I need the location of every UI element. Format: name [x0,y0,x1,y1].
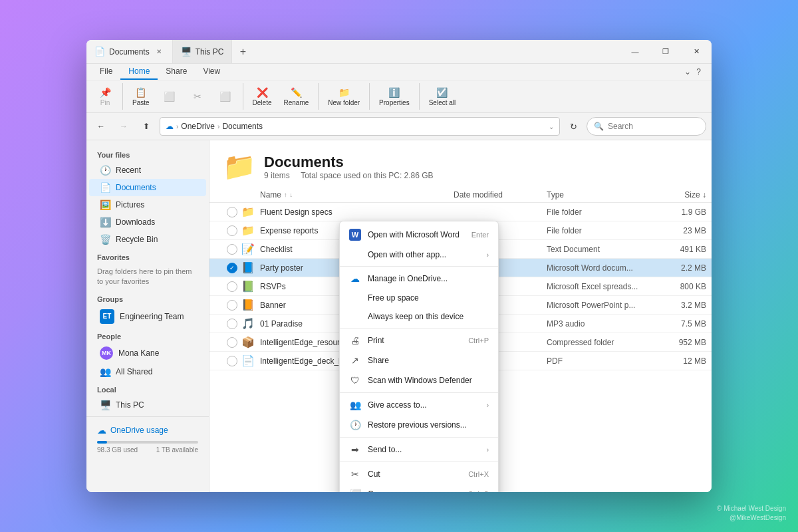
refresh-button[interactable]: ↻ [564,117,583,136]
sort-toggle-icon: ↓ [290,192,293,198]
row-checkbox[interactable] [227,244,237,255]
ribbon-pin-btn[interactable]: 📌 Pin [92,84,118,109]
address-bar: ← → ⬆ ☁ › OneDrive › Documents ⌄ ↻ 🔍 [86,113,712,140]
sidebar-item-documents[interactable]: 📄 Documents [89,179,206,196]
row-checkbox[interactable] [227,281,237,292]
ribbon-copy-btn[interactable]: ⬜ [156,88,183,104]
table-row[interactable]: 📁 Fluent Design specs File folder 1.9 GB [209,203,712,221]
row-checkbox[interactable] [227,207,237,217]
row-checkbox[interactable] [227,300,237,311]
tab-thispc[interactable]: 🖥️ This PC [173,40,233,63]
ctx-always-keep-label: Always keep on this device [368,312,489,321]
ribbon-tab-file[interactable]: File [92,64,120,80]
ctx-copy[interactable]: ⬜ Copy Ctrl+C [340,484,498,492]
tab-thispc-label: This PC [196,47,224,57]
sidebar-item-monakane[interactable]: MK Mona Kane [89,343,206,363]
tabs-area: 📄 Documents ✕ 🖥️ This PC + [86,40,620,63]
ctx-restore[interactable]: 🕐 Restore previous versions... [340,415,498,435]
minimize-button[interactable]: — [620,40,650,64]
file-type: Compressed folder [547,338,653,347]
row-checkbox[interactable] [227,225,237,236]
sidebar-item-downloads[interactable]: ⬇️ Downloads [89,213,206,231]
ctx-open-other[interactable]: Open with other app... › [340,245,498,264]
ctx-print[interactable]: 🖨 Print Ctrl+P [340,331,498,350]
ribbon-sep-4 [369,83,370,110]
sidebar-item-recent[interactable]: 🕐 Recent [89,162,206,179]
sidebar-item-allshared[interactable]: 👥 All Shared [89,363,206,380]
sidebar-item-pictures[interactable]: 🖼️ Pictures [89,196,206,213]
file-size: 23 MB [653,226,706,235]
ctx-manage-onedrive[interactable]: ☁ Manage in OneDrive... [340,269,498,289]
ctx-sep-2 [340,328,498,329]
ctx-give-access[interactable]: 👥 Give access to... › [340,395,498,415]
row-checkbox[interactable] [227,319,237,329]
ctx-always-keep[interactable]: Always keep on this device [340,307,498,326]
ribbon-help-icon[interactable]: ? [696,67,701,76]
row-checkbox[interactable]: ✓ [227,263,237,273]
file-icon: 🎵 [241,317,260,330]
search-icon: 🔍 [594,122,604,131]
properties-label: Properties [379,99,410,106]
file-size: 2.2 MB [653,263,706,273]
sidebar-item-allshared-label: All Shared [116,367,152,376]
folder-meta: 9 items Total space used on this PC: 2.8… [264,171,434,180]
ribbon-selectall-btn[interactable]: ☑️ Select all [424,84,462,109]
paste-icon: 📋 [135,87,146,98]
storage-available: 1 TB available [156,446,198,454]
ctx-sendto[interactable]: ➡ Send to... › [340,440,498,460]
ctx-free-space[interactable]: Free up space [340,289,498,307]
ribbon-tab-share[interactable]: Share [158,64,195,80]
ribbon-move-btn[interactable]: ⬜ [212,88,239,104]
ctx-scan-label: Scan with Windows Defender [368,376,489,385]
downloads-icon: ⬇️ [100,217,110,227]
ribbon-tab-view[interactable]: View [195,64,228,80]
header-name[interactable]: Name ↑ ↓ [260,190,454,200]
row-checkbox[interactable] [227,356,237,366]
forward-button[interactable]: → [114,117,133,136]
storage-used: 98.3 GB used [97,446,138,454]
ribbon-tab-home[interactable]: Home [120,64,158,80]
maximize-button[interactable]: ❐ [650,40,681,64]
new-tab-button[interactable]: + [232,40,253,63]
search-input[interactable] [608,122,708,131]
file-type: Text Document [547,245,653,254]
header-size[interactable]: Size ↓ [653,190,706,200]
row-checkbox[interactable] [227,337,237,348]
ctx-print-label: Print [368,336,462,345]
ribbon: File Home Share View ⌄ ? 📌 Pin 📋 Paste ⬜ [86,64,712,113]
file-size: 12 MB [653,356,706,366]
ctx-sendto-label: Send to... [368,445,480,454]
address-path[interactable]: ☁ › OneDrive › Documents ⌄ [160,117,560,136]
header-type[interactable]: Type [547,190,653,200]
sidebar-item-recyclebin[interactable]: 🗑️ Recycle Bin [89,231,206,248]
sidebar-item-thispc[interactable]: 🖥️ This PC [89,396,206,414]
ribbon-cut-btn[interactable]: ✂ [184,88,211,104]
up-button[interactable]: ⬆ [137,117,156,136]
ctx-copy-shortcut: Ctrl+C [468,490,489,492]
sidebar-item-downloads-label: Downloads [116,217,155,227]
ctx-cut[interactable]: ✂ Cut Ctrl+X [340,464,498,484]
tab-thispc-icon: 🖥️ [181,47,192,57]
ribbon-newfolder-btn[interactable]: 📁 New folder [323,84,365,109]
ribbon-expand-icon[interactable]: ⌄ [684,67,691,76]
ribbon-rename-btn[interactable]: ✏️ Rename [278,84,314,109]
properties-icon: ℹ️ [388,87,400,98]
copyright-line2: @MikeWestDesign [717,513,786,523]
file-size: 3.2 MB [653,301,706,310]
close-button[interactable]: ✕ [681,40,712,64]
sidebar-item-engineeringteam[interactable]: ET Engineering Team [89,306,206,327]
ribbon-delete-btn[interactable]: ❌ Delete [247,84,277,109]
rename-icon: ✏️ [291,87,302,98]
tab-documents-close[interactable]: ✕ [154,47,164,57]
ctx-scan[interactable]: 🛡 Scan with Windows Defender [340,370,498,390]
ribbon-properties-btn[interactable]: ℹ️ Properties [374,84,415,109]
tab-documents[interactable]: 📄 Documents ✕ [86,40,173,63]
ribbon-paste-btn[interactable]: 📋 Paste [127,84,155,109]
ctx-open-word[interactable]: W Open with Microsoft Word Enter [340,224,498,245]
sidebar-item-pictures-label: Pictures [116,200,144,209]
sidebar: Your files 🕐 Recent 📄 Documents 🖼️ Pictu… [86,140,209,492]
ctx-share[interactable]: ↗ Share [340,350,498,370]
onedrive-usage-row[interactable]: ☁ OneDrive usage [94,422,201,438]
header-date[interactable]: Date modified [454,190,547,200]
back-button[interactable]: ← [92,117,110,136]
